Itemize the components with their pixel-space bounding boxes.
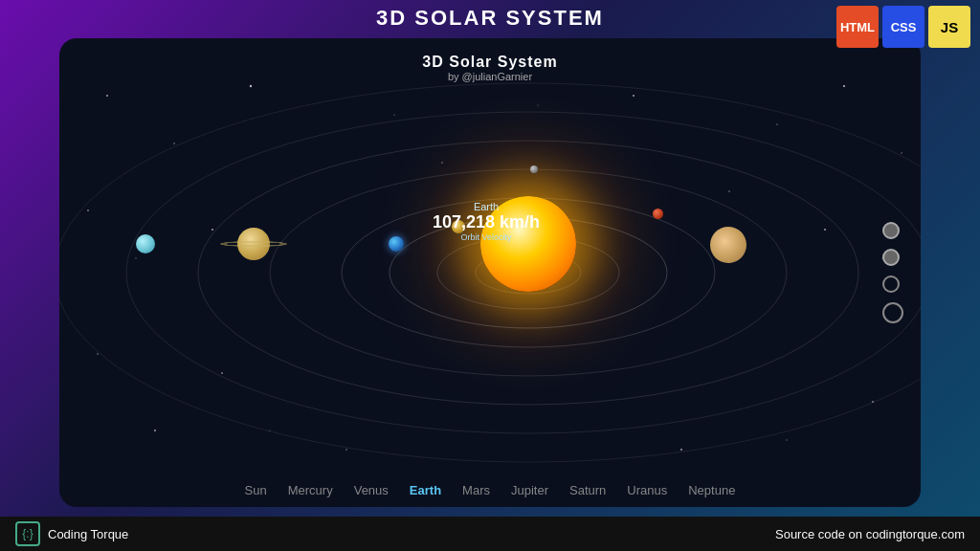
solar-system-card: 3D Solar System by @julianGarnier Earth … (59, 38, 921, 507)
js-badge: JS (928, 6, 970, 48)
bottom-nav: Sun Mercury Venus Earth Mars Jupiter Sat… (59, 483, 921, 497)
brand-icon: {:} (15, 521, 40, 546)
nav-mars[interactable]: Mars (462, 483, 490, 497)
view-control-2[interactable] (882, 249, 900, 266)
nav-uranus[interactable]: Uranus (627, 483, 667, 497)
card-title: 3D Solar System by @julianGarnier (422, 54, 557, 82)
footer-brand: {:} Coding Torque (15, 521, 128, 546)
planet-uranus[interactable] (136, 234, 155, 253)
nav-venus[interactable]: Venus (354, 483, 389, 497)
tech-badges: HTML CSS JS (836, 6, 970, 48)
planets-layer: Earth 107,218 km/h Orbit Velocity (59, 38, 921, 507)
nav-sun[interactable]: Sun (245, 483, 267, 497)
nav-jupiter[interactable]: Jupiter (511, 483, 548, 497)
sun[interactable] (480, 196, 576, 292)
css-badge: CSS (882, 6, 924, 48)
nav-neptune[interactable]: Neptune (688, 483, 735, 497)
planet-mercury[interactable] (530, 165, 538, 173)
footer-link[interactable]: Source code on codingtorque.com (775, 527, 965, 541)
planet-saturn[interactable] (237, 228, 270, 260)
planet-earth[interactable] (389, 236, 404, 252)
nav-mercury[interactable]: Mercury (288, 483, 333, 497)
nav-earth[interactable]: Earth (410, 483, 441, 497)
view-control-3[interactable] (882, 276, 900, 293)
planet-venus[interactable] (452, 220, 465, 233)
planet-mars[interactable] (653, 209, 663, 219)
planet-jupiter[interactable] (710, 227, 746, 263)
brand-name: Coding Torque (48, 527, 128, 541)
view-controls (882, 222, 903, 323)
view-control-4[interactable] (882, 302, 903, 323)
footer-bar: {:} Coding Torque Source code on codingt… (0, 517, 980, 551)
view-control-1[interactable] (882, 222, 900, 239)
nav-saturn[interactable]: Saturn (569, 483, 606, 497)
saturn-wrapper[interactable] (220, 228, 287, 260)
html-badge: HTML (836, 6, 879, 48)
page-title: 3D SOLAR SYSTEM (376, 6, 604, 31)
